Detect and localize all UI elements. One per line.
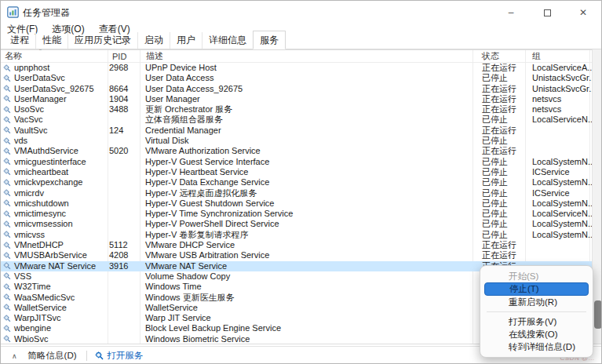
service-gear-icon [3, 158, 11, 166]
service-gear-icon [3, 75, 11, 82]
service-group: UnistackSvcGr... [528, 73, 592, 83]
service-context-menu: 开始(S)停止(T)重新启动(R)打开服务(V)在线搜索(O)转到详细信息(D) [480, 265, 593, 358]
table-row[interactable]: vmictimesyncHyper-V Time Synchronization… [1, 209, 592, 219]
table-row[interactable]: UserManager1904User Manager正在运行netsvcs [1, 94, 592, 104]
service-description: Hyper-V Time Synchronization Service [140, 209, 477, 219]
service-name: vmicvmsession [1, 219, 108, 229]
service-gear-icon [3, 189, 11, 197]
service-group: LocalSystemN... [528, 157, 592, 167]
service-gear-icon [3, 116, 11, 124]
context-menu-item-在线搜索(O)[interactable]: 在线搜索(O) [480, 328, 593, 340]
service-gear-icon [3, 220, 11, 228]
fewer-details-toggle[interactable]: 简略信息(D) [28, 350, 77, 362]
task-manager-window: 任务管理器 – ✕ 文件(F)选项(O)查看(V) 进程性能应用历史记录启动用户… [0, 0, 602, 364]
tab-应用历史记录[interactable]: 应用历史记录 [67, 32, 137, 49]
service-pid [108, 282, 140, 292]
scrollbar-thumb[interactable] [594, 300, 602, 329]
column-header-description[interactable]: 描述 [140, 50, 477, 62]
service-pid [108, 293, 140, 303]
table-row[interactable]: vmicvssHyper-V 卷影复制请求程序已停止LocalSystemN..… [1, 230, 592, 240]
table-row[interactable]: UsoSvc3488更新 Orchestrator 服务正在运行netsvcs [1, 104, 592, 115]
tab-用户[interactable]: 用户 [170, 32, 202, 49]
open-services-link[interactable]: 打开服务 [95, 350, 144, 362]
service-pid [108, 313, 140, 323]
service-group [528, 136, 592, 146]
service-name: vmicshutdown [1, 198, 108, 209]
table-row[interactable]: vmicheartbeatHyper-V Heartbeat Service已停… [1, 167, 592, 177]
service-name: wbengine [1, 323, 108, 333]
table-row[interactable]: VMAuthdService5020VMware Authorization S… [1, 146, 592, 156]
service-description: Virtual Disk [140, 136, 477, 146]
table-row[interactable]: VMUSBArbService4208VMware USB Arbitratio… [1, 250, 592, 260]
service-gear-icon [3, 64, 11, 72]
service-group: netsvcs [528, 104, 592, 115]
service-gear-icon [3, 325, 11, 333]
column-header-name[interactable]: 名称 [1, 50, 108, 62]
service-group: UnistackSvcGr... [528, 84, 592, 94]
service-description: User Data Access_92675 [140, 84, 477, 94]
service-description: 更新 Orchestrator 服务 [140, 104, 477, 115]
service-description: VMware NAT Service [140, 261, 477, 271]
tab-进程[interactable]: 进程 [4, 32, 35, 49]
service-name: WalletService [1, 303, 108, 313]
service-name: vmicrdv [1, 188, 108, 198]
service-status: 已停止 [477, 115, 528, 125]
service-description: Hyper-V 远程桌面虚拟化服务 [140, 188, 477, 198]
column-header-group[interactable]: 组 [528, 50, 592, 62]
table-row[interactable]: vmicshutdownHyper-V Guest Shutdown Servi… [1, 198, 592, 209]
service-name: vmicguestinterface [1, 157, 108, 167]
service-status: 正在运行 [477, 126, 528, 136]
service-group: LocalServiceA... [528, 63, 592, 73]
service-status: 已停止 [477, 219, 528, 229]
service-gear-icon [3, 272, 11, 280]
minimize-button[interactable]: – [493, 1, 529, 24]
task-manager-icon [7, 6, 19, 18]
column-header-pid[interactable]: PID [108, 52, 140, 61]
tab-详细信息[interactable]: 详细信息 [202, 32, 253, 49]
table-row[interactable]: UserDataSvcUser Data Access已停止UnistackSv… [1, 73, 592, 83]
service-group: LocalSystemN... [528, 198, 592, 209]
table-row[interactable]: VacSvc立体音频组合器服务已停止LocalServiceN... [1, 115, 592, 125]
maximize-button[interactable] [529, 1, 565, 24]
service-group: LocalSystemN... [528, 230, 592, 240]
service-description: Windows 更新医生服务 [140, 293, 477, 303]
service-group: LocalServiceN... [528, 209, 592, 219]
table-row[interactable]: vmicvmsessionHyper-V PowerShell Direct S… [1, 219, 592, 229]
context-menu-item-转到详细信息(D)[interactable]: 转到详细信息(D) [480, 340, 593, 353]
close-button[interactable]: ✕ [565, 1, 601, 24]
service-status: 已停止 [477, 230, 528, 240]
service-gear-icon [3, 147, 11, 155]
service-description: User Manager [140, 94, 477, 104]
table-row[interactable]: upnphost2968UPnP Device Host正在运行LocalSer… [1, 63, 592, 73]
table-row[interactable]: vmickvpexchangeHyper-V Data Exchange Ser… [1, 177, 592, 187]
service-pid [108, 209, 140, 219]
service-pid [108, 188, 140, 198]
tab-性能[interactable]: 性能 [35, 32, 67, 49]
service-pid [108, 198, 140, 209]
service-pid: 4208 [108, 250, 140, 260]
context-menu-item-停止(T)[interactable]: 停止(T) [484, 282, 589, 296]
context-menu-item-打开服务(V)[interactable]: 打开服务(V) [480, 315, 593, 328]
service-pid [108, 334, 140, 344]
table-row[interactable]: VaultSvc124Credential Manager正在运行 [1, 126, 592, 136]
table-row[interactable]: vmicrdvHyper-V 远程桌面虚拟化服务已停止ICService [1, 188, 592, 198]
table-row[interactable]: VMnetDHCP5112VMware DHCP Service正在运行 [1, 240, 592, 250]
service-description: VMware Authorization Service [140, 146, 477, 156]
tab-启动[interactable]: 启动 [137, 32, 170, 49]
service-status: 正在运行 [477, 146, 528, 156]
table-row[interactable]: UserDataSvc_926758664User Data Access_92… [1, 84, 592, 94]
service-description: Hyper-V Data Exchange Service [140, 177, 477, 187]
tab-服务[interactable]: 服务 [253, 31, 286, 49]
service-status: 正在运行 [477, 94, 528, 104]
service-description: VMware USB Arbitration Service [140, 250, 477, 260]
service-pid: 3916 [108, 261, 140, 271]
chevron-up-icon[interactable]: ∧ [12, 352, 17, 360]
table-row[interactable]: vmicguestinterfaceHyper-V Guest Service … [1, 157, 592, 167]
column-header-status[interactable]: 状态 [477, 50, 528, 62]
service-gear-icon [3, 283, 11, 291]
service-description: Hyper-V Heartbeat Service [140, 167, 477, 177]
table-row[interactable]: vdsVirtual Disk已停止 [1, 136, 592, 146]
context-menu-item-重新启动(R)[interactable]: 重新启动(R) [480, 296, 593, 308]
table-header: ˆ 名称 PID 描述 状态 组 [1, 49, 592, 63]
service-name: VacSvc [1, 115, 108, 125]
